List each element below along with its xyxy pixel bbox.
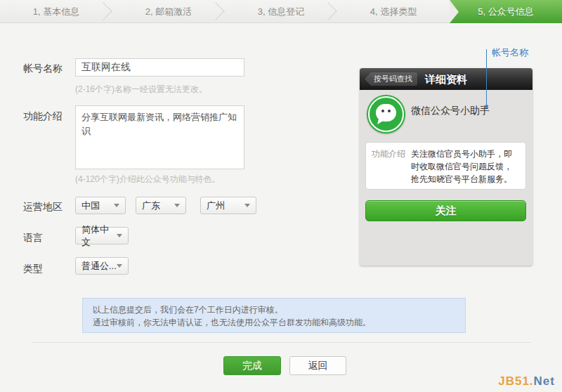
progress-stepper: 1, 基本信息 2, 邮箱激活 3, 信息登记 4, 选择类型 5, 公众号信息 [0, 0, 562, 23]
preview-account-name: 微信公众号小助手 [411, 105, 490, 117]
chevron-right-icon [319, 2, 336, 20]
return-button[interactable]: 返回 [289, 356, 346, 375]
preview-back-button: 按号码查找 [365, 72, 417, 86]
bubble-eye-icon [381, 110, 384, 112]
region-city-value: 广州 [207, 200, 225, 212]
chevron-down-icon [117, 264, 122, 268]
watermark: JB51.Net [498, 374, 555, 388]
step-email-activation: 2, 邮箱激活 [112, 0, 225, 23]
follow-button: 关注 [365, 200, 526, 221]
preview-intro-text: 关注微信官员号小助手，即时收取微信官号问题反馈，抢先知晓官号平台新服务。 [411, 148, 520, 184]
arrow-notch-icon [450, 0, 459, 23]
callout-dot [485, 105, 488, 108]
account-name-input[interactable] [75, 58, 244, 77]
intro-textarea[interactable]: 分享互联网最新资讯，网络营销推广知识 [75, 105, 244, 169]
intro-hint: (4-120个字)介绍此公众号功能与特色。 [75, 174, 221, 185]
chevron-right-icon [94, 2, 112, 20]
step-label: 2, 邮箱激活 [145, 6, 192, 17]
callout-line [486, 49, 487, 106]
finish-button[interactable]: 完成 [223, 356, 281, 375]
region-province-value: 广东 [142, 200, 160, 212]
chevron-down-icon [114, 204, 119, 207]
preview-intro-label: 功能介绍 [372, 148, 411, 184]
preview-header: 详细资料 按号码查找 [360, 68, 532, 90]
region-province-select[interactable]: 广东 [136, 197, 186, 214]
language-label: 语言 [23, 232, 43, 244]
preview-intro-box: 功能介绍 关注微信官员号小助手，即时收取微信官号问题反馈，抢先知晓官号平台新服务… [365, 142, 526, 190]
callout-account-name-label: 帐号名称 [492, 46, 528, 59]
bubble-eye-icon [388, 110, 391, 112]
step-account-info-active: 5, 公众号信息 [450, 0, 562, 23]
region-country-value: 中国 [81, 200, 100, 212]
step-info-registration: 3, 信息登记 [225, 0, 337, 23]
chevron-down-icon [244, 204, 250, 207]
step-basic-info: 1, 基本信息 [0, 0, 112, 23]
wechat-registration-page: 1, 基本信息 2, 邮箱激活 3, 信息登记 4, 选择类型 5, 公众号信息… [0, 0, 562, 392]
notice-line2: 通过审核前，你无法申请认证，也无法使用公众平台群发功能和高级功能。 [93, 316, 455, 329]
region-city-select[interactable]: 广州 [200, 197, 256, 214]
step-choose-type: 4, 选择类型 [337, 0, 450, 23]
speech-bubble-icon [376, 104, 396, 122]
account-name-hint: (2-16个字)名称一经设置无法更改。 [75, 84, 207, 96]
chevron-right-icon [207, 2, 224, 20]
step-label: 3, 信息登记 [258, 6, 304, 17]
type-select[interactable]: 普通公... [75, 257, 129, 275]
type-value: 普通公... [81, 260, 117, 273]
account-name-label: 帐号名称 [23, 63, 63, 75]
chevron-down-icon [117, 234, 122, 237]
watermark-part1: JB51. [498, 374, 533, 388]
step-label: 1, 基本信息 [33, 6, 79, 17]
region-country-select[interactable]: 中国 [75, 197, 126, 214]
step-label: 4, 选择类型 [370, 6, 417, 17]
notice-line1: 以上信息提交后，我们会在7个工作日内进行审核。 [93, 303, 455, 316]
step-label: 5, 公众号信息 [478, 6, 533, 17]
wechat-avatar-icon [367, 95, 405, 133]
watermark-part2: Net [534, 374, 555, 388]
review-notice: 以上信息提交后，我们会在7个工作日内进行审核。 通过审核前，你无法申请认证，也无… [82, 298, 466, 333]
region-label: 运营地区 [23, 201, 63, 214]
account-preview-card: 详细资料 按号码查找 微信公众号小助手 功能介绍 关注微信官员号小助手，即时收取… [360, 68, 532, 266]
intro-label: 功能介绍 [23, 110, 63, 123]
chevron-down-icon [174, 204, 180, 207]
footer-divider [32, 342, 531, 343]
language-select[interactable]: 简体中文 [75, 227, 129, 244]
language-value: 简体中文 [81, 223, 117, 249]
type-label: 类型 [23, 263, 43, 275]
